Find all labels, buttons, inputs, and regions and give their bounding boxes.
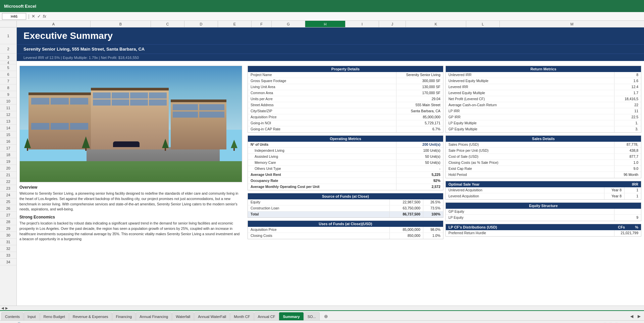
row-num-18[interactable]: 18 <box>0 151 16 158</box>
om-value-7: 92% <box>396 178 443 184</box>
om-label-2: Independent Living <box>248 148 396 153</box>
row-num-2[interactable]: 2 <box>0 44 16 54</box>
row-num-22[interactable]: 22 <box>0 178 16 185</box>
tabs-bar: Contents Input Reno Budget Revenue & Exp… <box>0 310 644 320</box>
row-num-9[interactable]: 9 <box>0 91 16 98</box>
col-header-b[interactable]: B <box>91 21 151 27</box>
col-header-h[interactable]: H <box>305 21 345 27</box>
function-icon[interactable]: fx <box>43 14 46 19</box>
om-row-7: Occupancy Rate 92% <box>248 178 443 184</box>
row-num-8[interactable]: 8 <box>0 84 16 91</box>
rm-label-2: Unlevered Equity Multiple <box>446 78 614 84</box>
scroll-area[interactable]: ◀ ▶ <box>0 306 644 310</box>
lpcf-cfs-label: CFs <box>605 225 625 229</box>
row-num-12[interactable]: 12 <box>0 111 16 118</box>
row-num-4[interactable]: 4 <box>0 61 16 64</box>
tab-annual-waterfall[interactable]: Annual WaterFall <box>194 312 230 320</box>
col-header-i[interactable]: I <box>345 21 379 27</box>
row-num-23[interactable]: 23 <box>0 185 16 192</box>
sd-value-5: 9.0 <box>614 166 641 172</box>
cell-reference[interactable] <box>2 13 26 20</box>
sd-label-5: Exist Cap Rate <box>446 166 614 172</box>
row-num-19[interactable]: 19 <box>0 158 16 165</box>
return-metrics-table: Return Metrics Unlevered IRR 8 Unlevered… <box>445 66 641 133</box>
tab-contents[interactable]: Contents <box>1 312 23 320</box>
rm-label-3: Levered IRR <box>446 84 614 90</box>
row-num-14[interactable]: 14 <box>0 125 16 131</box>
row-num-17[interactable]: 17 <box>0 145 16 151</box>
tab-summary[interactable]: Summary <box>279 312 303 320</box>
row-num-11[interactable]: 11 <box>0 105 16 111</box>
rm-label-1: Unlevered IRR <box>446 72 614 78</box>
sd-value-1: 87,778, <box>614 142 641 147</box>
tab-input[interactable]: Input <box>24 312 39 320</box>
pd-label-2: Gross Square Footage <box>248 78 396 84</box>
scroll-left-icon[interactable]: ◀ <box>1 306 4 310</box>
tab-waterfall[interactable]: Waterfall <box>172 312 194 320</box>
row-num-5[interactable]: 5 <box>0 64 16 71</box>
row-num-29[interactable]: 29 <box>0 225 16 232</box>
row-num-33[interactable]: 33 <box>0 252 16 259</box>
rm-row-2: Unlevered Equity Multiple 1.6 <box>446 78 641 84</box>
row-num-3[interactable]: 3 <box>0 54 16 61</box>
row-num-30[interactable]: 30 <box>0 232 16 239</box>
rm-row-8: GP IRR 22.5 <box>446 114 641 120</box>
row-num-27[interactable]: 27 <box>0 212 16 218</box>
rm-label-8: GP IRR <box>446 114 614 120</box>
tab-annual-cf[interactable]: Annual CF <box>254 312 279 320</box>
lpcf-header: LP CF's Distributions (USD) CFs % <box>446 224 641 230</box>
tab-financing[interactable]: Financing <box>112 312 136 320</box>
formula-input[interactable] <box>48 14 642 18</box>
row-num-15[interactable]: 15 <box>0 131 16 138</box>
row-num-6[interactable]: 6 <box>0 71 16 78</box>
col-header-g[interactable]: G <box>272 21 305 27</box>
col-header-c[interactable]: C <box>151 21 184 27</box>
tab-scroll-left[interactable]: ◀ <box>628 312 635 320</box>
rm-header: Return Metrics <box>446 66 641 72</box>
tab-annual-financing[interactable]: Annual Financing <box>136 312 172 320</box>
pd-value-9: 5,729,171 <box>396 120 443 126</box>
col-header-l[interactable]: L <box>466 21 500 27</box>
pd-label-7: City/State/ZIP <box>248 108 396 114</box>
om-row-3: Assisted Living 50 Unit(s) <box>248 154 443 160</box>
row-num-28[interactable]: 28 <box>0 218 16 225</box>
es-row-1: GP Equity <box>446 209 641 215</box>
rm-value-8: 22.5 <box>614 114 641 120</box>
col-header-e[interactable]: E <box>218 21 252 27</box>
row-num-13[interactable]: 13 <box>0 118 16 125</box>
col-header-a[interactable]: A <box>17 21 91 27</box>
col-header-d[interactable]: D <box>184 21 218 27</box>
confirm-icon[interactable]: ✓ <box>37 14 41 19</box>
tab-add[interactable]: ⊕ <box>321 312 331 320</box>
sof-value-1: 22,987,500 <box>389 199 423 205</box>
col-header-j[interactable]: J <box>379 21 406 27</box>
os-header-label: Optimal Sale Year <box>448 182 622 186</box>
tab-revenue-expenses[interactable]: Revenue & Expenses <box>69 312 112 320</box>
row-num-16[interactable]: 16 <box>0 138 16 145</box>
row-num-26[interactable]: 26 <box>0 205 16 212</box>
row-num-32[interactable]: 32 <box>0 245 16 252</box>
tab-so[interactable]: SO... <box>304 312 320 320</box>
cancel-icon[interactable]: ✕ <box>32 14 35 19</box>
row-num-31[interactable]: 31 <box>0 239 16 245</box>
row-num-10[interactable]: 10 <box>0 98 16 105</box>
row-num-1[interactable]: 1 <box>0 27 16 44</box>
row-num-24[interactable]: 24 <box>0 192 16 198</box>
tab-reno-budget[interactable]: Reno Budget <box>40 312 69 320</box>
rm-label-5: Net Profit (Levered CF) <box>446 96 614 102</box>
scroll-right-icon[interactable]: ▶ <box>5 306 8 310</box>
col-header-m[interactable]: M <box>500 21 644 27</box>
row-num-20[interactable]: 20 <box>0 165 16 172</box>
row-num-34[interactable]: 34 <box>0 259 16 265</box>
row-num-21[interactable]: 21 <box>0 172 16 178</box>
pd-row-7: City/State/ZIP Santa Barbara, CA <box>248 108 443 114</box>
om-row-1: Nº of Units 200 Unit(s) <box>248 142 443 148</box>
rm-value-2: 1.6 <box>614 78 641 84</box>
row-num-7[interactable]: 7 <box>0 78 16 84</box>
row-num-25[interactable]: 25 <box>0 198 16 205</box>
col-header-k[interactable]: K <box>406 21 466 27</box>
tab-scroll-right[interactable]: ▶ <box>636 312 643 320</box>
tab-month-cf[interactable]: Month CF <box>230 312 254 320</box>
col-header-f[interactable]: F <box>252 21 272 27</box>
os-value-1: Year 8 <box>604 187 624 193</box>
